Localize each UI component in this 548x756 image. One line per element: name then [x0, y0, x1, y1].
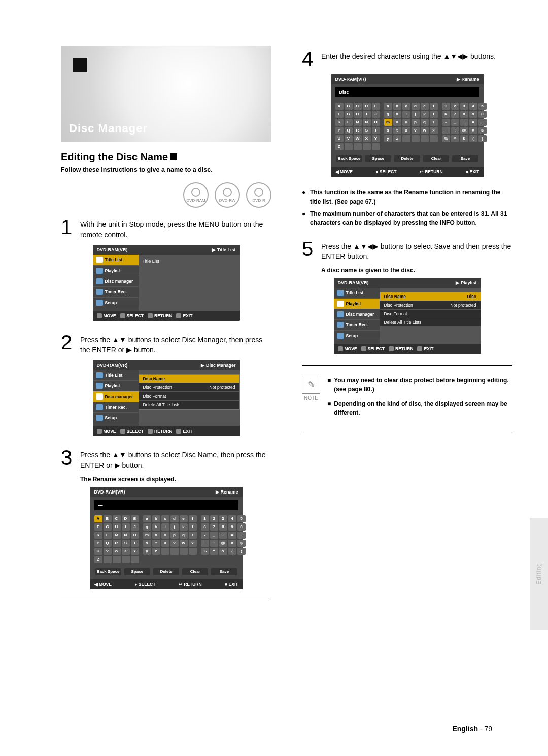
- badge-dvd-ram: DVD-RAM: [183, 182, 209, 208]
- heading-square-icon: [170, 153, 177, 160]
- osd-menu-playlist: Playlist: [93, 266, 139, 276]
- hero-banner: Disc Manager: [61, 46, 271, 142]
- note-icon: ✎: [302, 376, 320, 394]
- divider: [302, 433, 512, 433]
- step-3-sub: The Rename screen is displayed.: [80, 476, 271, 483]
- info-bullets: ●This function is the same as the Rename…: [302, 188, 512, 227]
- disc-badges: DVD-RAM DVD-RW DVD-R: [61, 182, 271, 208]
- section-lead: Follow these instructions to give a name…: [61, 166, 271, 173]
- page-footer: English - 79: [452, 725, 492, 733]
- side-tab-label: Editing: [535, 563, 542, 585]
- osd-screen-title-list: DVD-RAM(VR)▶ Title List Title List Playl…: [93, 245, 240, 321]
- section-heading: Editing the Disc Name: [61, 151, 271, 163]
- rename-field: —: [94, 500, 238, 510]
- osd-menu-timer-rec: Timer Rec.: [93, 287, 139, 298]
- badge-dvd-r: DVD-R: [246, 182, 271, 208]
- osd-menu-title-list: Title List: [93, 255, 139, 266]
- step-1: 1 With the unit in Stop mode, press the …: [61, 217, 271, 240]
- osd-menu-disc-manager: Disc manager: [93, 276, 139, 287]
- step-3: 3 Press the ▲▼ buttons to select Disc Na…: [61, 447, 271, 470]
- note-label: NOTE: [302, 395, 320, 401]
- step-5: 5 Press the ▲▼◀▶ buttons to select Save …: [302, 239, 512, 261]
- divider: [302, 365, 512, 366]
- osd-rename-disc: DVD-RAM(VR)▶ Rename Disc_ ABCDEFGHIJKLMN…: [331, 74, 484, 177]
- divider: [61, 601, 271, 601]
- step-4: 4 Enter the desired characters using the…: [302, 49, 512, 69]
- side-tab: Editing: [530, 518, 548, 630]
- hero-title: Disc Manager: [69, 122, 148, 135]
- hero-chip-icon: [73, 58, 87, 72]
- osd-screen-disc-manager: DVD-RAM(VR)▶ Disc Manager Title List Pla…: [93, 360, 240, 436]
- step-5-sub: A disc name is given to the disc.: [321, 267, 512, 274]
- rename-field-disc: Disc_: [335, 87, 480, 97]
- osd-screen-playlist: DVD-RAM(VR)▶ Playlist Title List Playlis…: [334, 278, 481, 354]
- step-2: 2 Press the ▲▼ buttons to select Disc Ma…: [61, 332, 271, 355]
- note-box: ✎ NOTE ■You may need to clear disc prote…: [302, 376, 512, 422]
- osd-menu-setup: Setup: [93, 298, 139, 308]
- badge-dvd-rw: DVD-RW: [215, 182, 240, 208]
- osd-rename-empty: DVD-RAM(VR)▶ Rename — ABCDEFGHIJKLMNOPQR…: [90, 487, 243, 589]
